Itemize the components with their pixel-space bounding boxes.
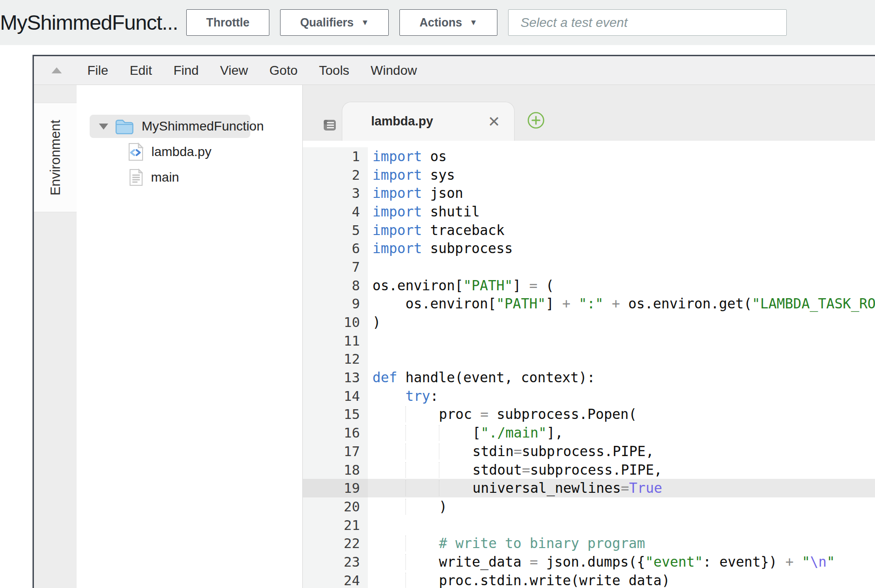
code-line[interactable]: 6import subprocess — [303, 239, 875, 258]
code-line-text: def handle(event, context): — [368, 368, 595, 387]
environment-tab-label: Environment — [48, 120, 63, 196]
menu-goto[interactable]: Goto — [259, 63, 308, 78]
line-number: 19 — [303, 479, 368, 497]
editor-menubar: File Edit Find View Goto Tools Window — [34, 56, 875, 85]
code-line[interactable]: 21 — [303, 516, 875, 535]
line-number: 18 — [303, 461, 368, 479]
menu-file[interactable]: File — [77, 63, 119, 78]
code-line[interactable]: 20 ) — [303, 497, 875, 516]
code-line[interactable]: 14 try: — [303, 387, 875, 405]
code-line-text — [368, 332, 372, 350]
code-line[interactable]: 9 os.environ["PATH"] + ":" + os.environ.… — [303, 295, 875, 314]
chevron-down-icon: ▼ — [470, 18, 477, 27]
code-line[interactable]: 2import sys — [303, 166, 875, 184]
code-line-text: stdin=subprocess.PIPE, — [368, 442, 654, 461]
tab-list-icon[interactable] — [322, 118, 337, 132]
code-line-text — [368, 350, 372, 369]
code-file-icon — [127, 143, 144, 161]
tree-file-main[interactable]: main — [77, 166, 302, 189]
folder-expander-icon[interactable] — [99, 124, 108, 130]
tree-file-lambda-py[interactable]: lambda.py — [77, 140, 302, 163]
tree-folder-label: MyShimmedFunction — [142, 119, 264, 134]
menu-window[interactable]: Window — [360, 63, 428, 78]
code-line[interactable]: 24 proc.stdin.write(write_data) — [303, 571, 875, 588]
code-line[interactable]: 23 write_data = json.dumps({"event": eve… — [303, 553, 875, 571]
code-line-text: universal_newlines=True — [368, 479, 662, 497]
code-line-text: ["./main"], — [368, 424, 563, 442]
line-number: 14 — [303, 387, 368, 405]
editor-pane: lambda.py ✕ 1import os2import sys3import… — [303, 85, 875, 588]
folder-icon — [115, 118, 134, 134]
code-line[interactable]: 1import os — [303, 147, 875, 166]
code-line-text: write_data = json.dumps({"event": event}… — [368, 553, 835, 571]
code-line-text: import os — [368, 147, 447, 166]
text-file-icon — [129, 169, 144, 186]
function-title: MyShimmedFunct... — [0, 11, 178, 35]
new-tab-plus-icon[interactable] — [527, 111, 545, 130]
menu-edit[interactable]: Edit — [119, 63, 163, 78]
code-line[interactable]: 3import json — [303, 184, 875, 203]
code-line[interactable]: 8os.environ["PATH"] = ( — [303, 276, 875, 295]
code-line[interactable]: 4import shutil — [303, 203, 875, 221]
code-line[interactable]: 18 stdout=subprocess.PIPE, — [303, 461, 875, 479]
collapse-panel-icon[interactable] — [52, 67, 62, 73]
line-number: 16 — [303, 424, 368, 442]
actions-button[interactable]: Actions ▼ — [399, 9, 497, 36]
line-number: 1 — [303, 147, 368, 166]
line-number: 9 — [303, 295, 368, 314]
code-line[interactable]: 19 universal_newlines=True — [303, 479, 875, 497]
code-area[interactable]: 1import os2import sys3import json4import… — [303, 141, 875, 588]
menu-find[interactable]: Find — [163, 63, 209, 78]
qualifiers-button[interactable]: Qualifiers ▼ — [280, 9, 389, 36]
code-line[interactable]: 7 — [303, 258, 875, 276]
code-line[interactable]: 22 # write to binary program — [303, 534, 875, 553]
line-number: 15 — [303, 405, 368, 424]
side-tab-strip: Environment — [34, 85, 77, 588]
code-line[interactable]: 5import traceback — [303, 221, 875, 240]
code-line-text: try: — [368, 387, 438, 405]
tree-file-label: main — [151, 170, 179, 185]
line-number: 10 — [303, 313, 368, 332]
code-line[interactable]: 11 — [303, 332, 875, 350]
line-number: 8 — [303, 276, 368, 295]
tab-label: lambda.py — [371, 114, 433, 129]
throttle-button[interactable]: Throttle — [186, 9, 269, 36]
code-line[interactable]: 17 stdin=subprocess.PIPE, — [303, 442, 875, 461]
menu-view[interactable]: View — [209, 63, 259, 78]
test-event-select[interactable]: Select a test event — [508, 9, 787, 36]
code-line[interactable]: 12 — [303, 350, 875, 369]
line-number: 24 — [303, 571, 368, 588]
code-line-text: ) — [368, 313, 381, 332]
code-line[interactable]: 13def handle(event, context): — [303, 368, 875, 387]
tab-environment[interactable]: Environment — [34, 103, 77, 212]
line-number: 13 — [303, 368, 368, 387]
menu-tools[interactable]: Tools — [308, 63, 360, 78]
tree-folder-myshimmedfunction[interactable]: MyShimmedFunction — [90, 115, 250, 138]
code-line-text: import sys — [368, 166, 455, 184]
code-line-text: # write to binary program — [368, 534, 645, 553]
ide-window: File Edit Find View Goto Tools Window En… — [33, 55, 875, 588]
file-tree: MyShimmedFunction lambda.py main — [77, 85, 303, 588]
line-number: 7 — [303, 258, 368, 276]
line-number: 3 — [303, 184, 368, 203]
function-header: MyShimmedFunct... Throttle Qualifiers ▼ … — [0, 0, 875, 45]
line-number: 4 — [303, 203, 368, 221]
chevron-down-icon: ▼ — [361, 18, 369, 27]
tab-lambda-py[interactable]: lambda.py ✕ — [342, 102, 515, 141]
code-line[interactable]: 16 ["./main"], — [303, 424, 875, 442]
code-line-text — [368, 258, 372, 276]
code-line[interactable]: 10) — [303, 313, 875, 332]
code-line-text: proc = subprocess.Popen( — [368, 405, 637, 424]
test-event-placeholder: Select a test event — [521, 15, 627, 30]
line-number: 11 — [303, 332, 368, 350]
line-number: 22 — [303, 534, 368, 553]
editor-tabbar: lambda.py ✕ — [303, 85, 875, 141]
code-line-text: import traceback — [368, 221, 504, 240]
close-icon[interactable]: ✕ — [488, 114, 500, 129]
code-line[interactable]: 15 proc = subprocess.Popen( — [303, 405, 875, 424]
code-line-text: ) — [368, 497, 447, 516]
code-line-text: proc.stdin.write(write_data) — [368, 571, 670, 588]
line-number: 6 — [303, 239, 368, 258]
code-line-text: os.environ["PATH"] + ":" + os.environ.ge… — [368, 295, 875, 314]
tree-file-label: lambda.py — [151, 144, 211, 159]
